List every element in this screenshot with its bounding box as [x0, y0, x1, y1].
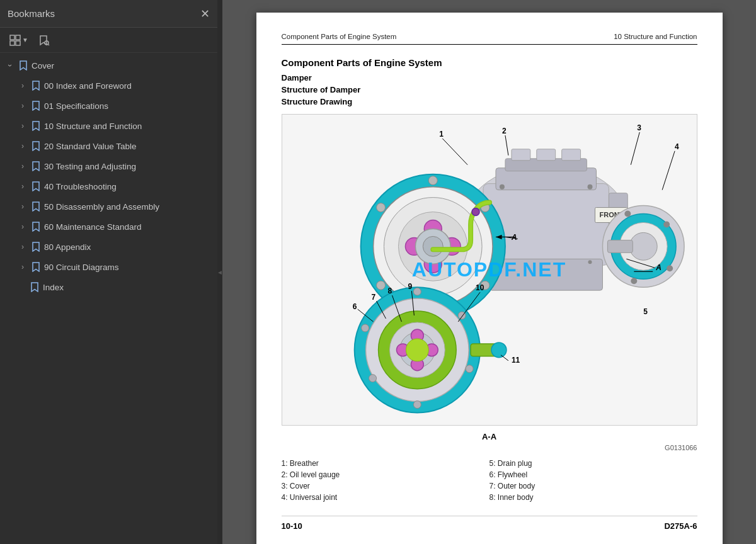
sidebar-item-30-label: 30 Testing and Adjusting — [44, 162, 136, 171]
svg-text:6: 6 — [352, 302, 357, 311]
svg-point-60 — [466, 365, 473, 373]
chevron-icon: › — [18, 142, 28, 150]
bookmark-search-button[interactable] — [35, 33, 53, 48]
doc-model: D275A-6 — [664, 521, 697, 531]
svg-point-27 — [428, 176, 437, 185]
sidebar-item-index-label: Index — [43, 283, 64, 292]
sidebar-item-20[interactable]: › 20 Standard Value Table — [0, 136, 217, 156]
bookmark-icon — [30, 100, 42, 111]
sidebar-toolbar: ▼ — [0, 28, 217, 53]
bookmark-icon — [30, 241, 42, 252]
svg-point-19 — [499, 184, 504, 190]
legend-table: 1: Breather 5: Drain plug 2: Oil level g… — [282, 458, 697, 503]
svg-point-48 — [631, 278, 637, 284]
svg-rect-11 — [511, 149, 530, 161]
sidebar: Bookmarks ✕ ▼ › — [0, 0, 217, 544]
svg-text:1: 1 — [439, 130, 444, 139]
bookmark-search-icon — [38, 35, 50, 46]
chevron-icon: › — [18, 242, 28, 251]
svg-point-58 — [413, 288, 421, 295]
sidebar-item-90-label: 90 Circuit Diagrams — [44, 263, 119, 272]
svg-rect-2 — [10, 41, 14, 45]
svg-text:A: A — [510, 233, 517, 242]
chevron-icon: › — [18, 122, 28, 130]
bookmark-icon — [18, 60, 29, 71]
sidebar-item-index[interactable]: Index — [0, 277, 217, 297]
svg-point-31 — [376, 281, 385, 290]
main-content: Component Parts of Engine System 10 Stru… — [222, 0, 756, 544]
sidebar-item-60[interactable]: › 60 Maintenance Standard — [0, 217, 217, 237]
diagram-ref: G0131066 — [282, 444, 697, 451]
drawing-label: Structure Drawing — [282, 97, 697, 106]
diagram-aa-label: A-A — [282, 432, 697, 441]
svg-text:5: 5 — [643, 307, 648, 316]
diagram-container: FRONT — [282, 114, 697, 426]
chevron-icon: › — [18, 202, 28, 211]
sidebar-item-40-label: 40 Troubleshooting — [44, 182, 117, 191]
bookmark-icon — [30, 181, 42, 192]
chevron-icon: › — [18, 162, 28, 171]
bookmark-icon — [30, 201, 42, 212]
bookmark-icon — [30, 221, 42, 232]
sidebar-item-30[interactable]: › 30 Testing and Adjusting — [0, 156, 217, 176]
section-title: Component Parts of Engine System — [282, 57, 697, 68]
svg-rect-1 — [16, 35, 20, 40]
svg-text:A: A — [655, 263, 662, 272]
svg-point-64 — [406, 339, 428, 361]
expand-all-button[interactable]: ▼ — [6, 33, 32, 48]
document-page: Component Parts of Engine System 10 Stru… — [256, 13, 723, 544]
close-button[interactable]: ✕ — [200, 7, 210, 21]
chevron-icon: › — [18, 182, 28, 191]
grid-icon — [9, 35, 21, 46]
svg-point-22 — [588, 260, 592, 264]
svg-point-45 — [624, 211, 631, 217]
bookmark-icon — [30, 161, 42, 172]
svg-point-46 — [663, 221, 670, 227]
sidebar-item-50[interactable]: › 50 Disassembly and Assembly — [0, 196, 217, 217]
sidebar-item-80[interactable]: › 80 Appendix — [0, 237, 217, 257]
engine-diagram: FRONT — [282, 114, 697, 426]
svg-rect-44 — [607, 240, 633, 252]
svg-text:2: 2 — [501, 127, 506, 135]
legend-item-8: 8: Inner body — [490, 492, 697, 503]
svg-rect-3 — [16, 41, 20, 45]
svg-text:7: 7 — [371, 293, 375, 302]
sidebar-item-10[interactable]: › 10 Structure and Function — [0, 116, 217, 136]
legend-item-1: 1: Breather — [282, 458, 490, 469]
svg-text:9: 9 — [408, 282, 412, 291]
svg-text:3: 3 — [637, 123, 641, 132]
doc-header-right: 10 Structure and Function — [614, 33, 697, 40]
sidebar-item-80-label: 80 Appendix — [44, 242, 91, 252]
sidebar-header: Bookmarks ✕ — [0, 0, 217, 28]
svg-text:10: 10 — [476, 283, 484, 292]
svg-point-61 — [413, 401, 421, 409]
svg-line-5 — [48, 44, 49, 45]
sidebar-item-01[interactable]: › 01 Specifications — [0, 96, 217, 116]
svg-point-38 — [423, 236, 443, 256]
page-number: 10-10 — [282, 521, 302, 531]
structure-label: Structure of Damper — [282, 85, 697, 94]
dropdown-arrow: ▼ — [22, 37, 28, 43]
doc-header-left: Component Parts of Engine System — [282, 33, 397, 40]
svg-point-43 — [629, 232, 657, 260]
legend-item-7: 7: Outer body — [490, 480, 697, 492]
sidebar-item-40[interactable]: › 40 Troubleshooting — [0, 176, 217, 196]
damper-assembly — [602, 206, 684, 288]
svg-point-39 — [472, 208, 479, 216]
sidebar-item-01-label: 01 Specifications — [44, 101, 108, 111]
doc-footer: 10-10 D275A-6 — [282, 516, 697, 531]
sidebar-item-cover[interactable]: › Cover — [0, 55, 217, 76]
resize-handle[interactable] — [217, 0, 222, 544]
chevron-icon: › — [18, 81, 28, 90]
sidebar-item-90[interactable]: › 90 Circuit Diagrams — [0, 257, 217, 277]
svg-point-63 — [361, 324, 369, 332]
damper-label: Damper — [282, 73, 697, 82]
engine-diagram-svg: FRONT — [282, 115, 697, 422]
bookmark-icon — [30, 261, 42, 273]
bookmark-icon — [30, 140, 42, 152]
bookmark-icon — [29, 281, 40, 293]
sidebar-item-60-label: 60 Maintenance Standard — [44, 222, 142, 232]
sidebar-item-10-label: 10 Structure and Function — [44, 122, 142, 131]
sidebar-item-00[interactable]: › 00 Index and Foreword — [0, 76, 217, 96]
bookmark-icon — [30, 120, 42, 132]
